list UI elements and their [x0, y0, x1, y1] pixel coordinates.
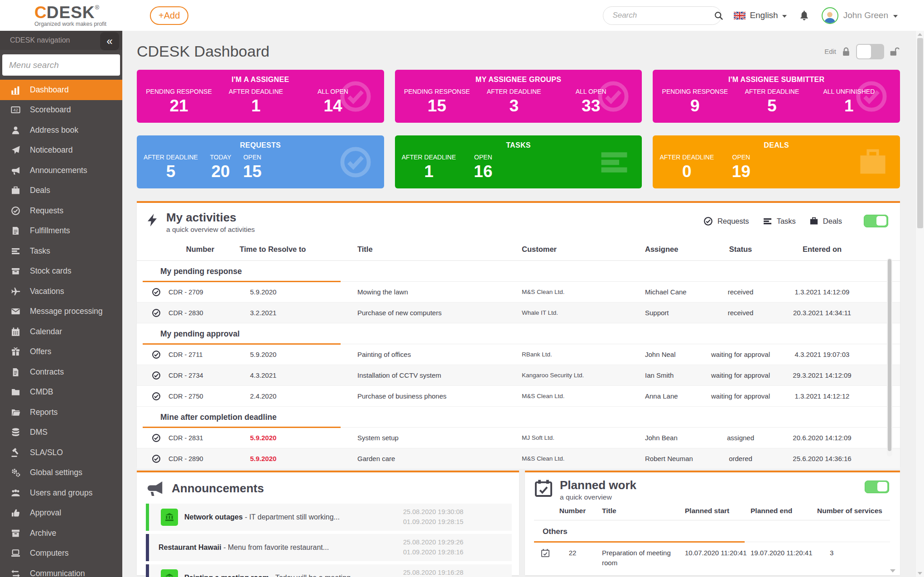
scroll-up-arrow-icon[interactable]: [918, 33, 922, 36]
sidebar-item-dashboard[interactable]: Dashboard: [0, 80, 122, 100]
laptop-icon: [11, 548, 20, 558]
sidebar-item-noticeboard[interactable]: Noticeboard: [0, 140, 122, 161]
page-scrollbar[interactable]: [915, 31, 924, 577]
sidebar-item-requests[interactable]: Requests: [0, 201, 122, 221]
sidebar-item-vacations[interactable]: Vacations: [0, 281, 122, 302]
sidebar-item-computers[interactable]: Computers: [0, 543, 122, 564]
svg-text:42: 42: [13, 107, 18, 112]
sidebar-item-reports[interactable]: Reports: [0, 402, 122, 423]
sidebar-item-contracts[interactable]: Contracts: [0, 362, 122, 382]
card-im-assignee-submitter[interactable]: I'M ASSIGNEE SUBMITTER PENDING RESPONSE9…: [653, 70, 900, 123]
sidebar-collapse-button[interactable]: «: [100, 32, 119, 50]
page-scrollbar-thumb[interactable]: [917, 38, 923, 228]
announcement-item[interactable]: Restaurant Hawaii - Menu from favorite r…: [146, 534, 512, 561]
table-row[interactable]: CDR - 2734 4.3.2021 Installation of CCTV…: [137, 365, 900, 386]
activities-toggle[interactable]: [864, 215, 888, 227]
add-button[interactable]: +Add: [150, 6, 188, 25]
stat-value: 15: [399, 96, 476, 115]
language-selector[interactable]: English: [734, 10, 786, 20]
sidebar-item-global-settings[interactable]: Global settings: [0, 463, 122, 483]
avatar: [822, 7, 838, 24]
search-icon[interactable]: [714, 11, 723, 20]
calendar-check-icon: [534, 478, 553, 498]
filter-deals[interactable]: Deals: [809, 216, 842, 226]
global-search[interactable]: [603, 6, 722, 25]
stat-value: 3: [476, 96, 553, 115]
sidebar-item-users-and-groups[interactable]: Users and groups: [0, 483, 122, 503]
list-icon: [763, 216, 772, 226]
check-circle-icon: [11, 206, 20, 216]
archive-box-icon: [11, 529, 20, 538]
sidebar-item-stock-cards[interactable]: Stock cards: [0, 261, 122, 282]
priority-bar: [146, 504, 149, 531]
sidebar-item-tasks[interactable]: Tasks: [0, 241, 122, 261]
sidebar-item-offers[interactable]: Offers: [0, 342, 122, 362]
announcement-title: Network outages: [184, 513, 243, 521]
sidebar-item-address-book[interactable]: Address book: [0, 120, 122, 140]
paper-plane-icon: [11, 145, 20, 155]
sidebar-item-communication[interactable]: Communication: [0, 563, 122, 577]
card-im-a-assignee[interactable]: I'M A ASSIGNEE PENDING RESPONSE21 AFTER …: [137, 70, 384, 123]
stat-value: 21: [140, 96, 217, 115]
page-title: CDESK Dashboard: [137, 43, 270, 60]
search-input[interactable]: [612, 11, 714, 20]
user-menu[interactable]: John Green: [822, 7, 898, 24]
announcements-panel: Announcements Network outages - IT depar…: [137, 471, 519, 575]
announcement-item[interactable]: Network outages - IT department still wo…: [146, 504, 512, 531]
table-row[interactable]: CDR - 2890 5.9.2020 Garden care M&S Clea…: [137, 448, 900, 469]
bank-icon: [161, 569, 178, 577]
announcement-item[interactable]: Painting a meeting room - Today will be …: [146, 564, 512, 577]
planned-work-toggle[interactable]: [865, 481, 889, 493]
announcement-text: - IT department still working...: [245, 513, 340, 521]
table-row[interactable]: CDR - 2831 5.9.2020 System setup MJ Soft…: [137, 428, 900, 448]
check-circle-icon: [144, 371, 168, 380]
card-my-assignee-groups[interactable]: MY ASSIGNEE GROUPS PENDING RESPONSE15 AF…: [395, 70, 642, 123]
planned-work-subtitle: a quick overview: [560, 493, 636, 501]
table-scrollbar[interactable]: [887, 258, 892, 457]
sidebar-item-cmdb[interactable]: CMDB: [0, 382, 122, 403]
group-mine-after-completion-deadline: Mine after completion deadline: [144, 407, 900, 428]
sidebar-item-deals[interactable]: Deals: [0, 181, 122, 201]
group-others: Others: [534, 520, 890, 542]
stat-value: 1: [217, 96, 294, 115]
check-circle-watermark-icon: [339, 145, 372, 179]
menu-search-input[interactable]: [9, 60, 113, 70]
stat-value: 0: [653, 162, 721, 181]
table-row[interactable]: CDR - 2709 5.9.2020 Mowing the lawn M&S …: [137, 282, 900, 303]
sidebar-item-calendar[interactable]: Calendar: [0, 322, 122, 342]
filter-tasks[interactable]: Tasks: [763, 216, 796, 226]
table-scrollbar-thumb[interactable]: [888, 259, 891, 451]
sidebar-item-announcements[interactable]: Announcements: [0, 160, 122, 181]
notifications-bell-icon[interactable]: [799, 10, 809, 21]
document-icon: [11, 226, 20, 236]
language-label: English: [750, 10, 778, 20]
menu-search[interactable]: [2, 54, 120, 76]
sidebar-item-scoreboard[interactable]: 42 Scoreboard: [0, 100, 122, 120]
sidebar-item-dms[interactable]: DMS: [0, 423, 122, 443]
sidebar-item-archive[interactable]: Archive: [0, 523, 122, 543]
table-row[interactable]: CDR - 2750 2.4.2020 Purchase of business…: [137, 386, 900, 407]
scroll-down-indicator-icon[interactable]: [890, 569, 895, 572]
activities-title: My activities: [166, 211, 255, 225]
bank-icon: [161, 509, 178, 526]
card-tasks[interactable]: TASKS AFTER DEADLINE1 OPEN16: [395, 135, 642, 188]
table-row[interactable]: CDR - 2711 5.9.2020 Painting of offices …: [137, 344, 900, 365]
table-row[interactable]: CDR - 2830 3.2.2021 Purchase of new comp…: [137, 303, 900, 323]
announcement-text: - Today will be a meeting...: [271, 574, 356, 577]
sidebar-item-sla-slo[interactable]: SLA/SLO: [0, 442, 122, 463]
sidebar-item-message-processing[interactable]: Message processing: [0, 302, 122, 322]
group-my-pending-response: My pending response: [144, 261, 900, 282]
sidebar-item-fulfillments[interactable]: Fulfillments: [0, 221, 122, 241]
planned-work-row[interactable]: 22 Preparation of meeting room 10.07.202…: [534, 542, 890, 568]
my-activities-panel: My activities a quick overview of activi…: [137, 201, 900, 467]
card-requests[interactable]: REQUESTS AFTER DEADLINE5 TODAY20 OPEN15: [137, 135, 384, 188]
sidebar-header: CDESK navigation «: [0, 31, 122, 50]
filter-requests[interactable]: Requests: [703, 216, 749, 226]
scroll-down-arrow-icon[interactable]: [918, 572, 922, 575]
overdue-date: 5.9.2020: [232, 455, 345, 462]
cdesk-logo[interactable]: CDESK® Organized work makes profit: [34, 4, 106, 27]
logo-text: DESK: [47, 4, 95, 21]
edit-toggle[interactable]: [856, 44, 884, 59]
card-deals[interactable]: DEALS AFTER DEADLINE0 OPEN19: [653, 135, 900, 188]
sidebar-item-approval[interactable]: Approval: [0, 503, 122, 524]
